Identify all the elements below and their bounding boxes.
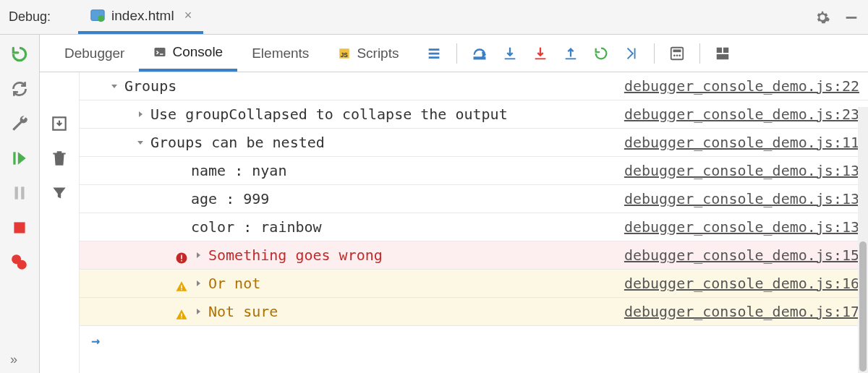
main-area: » Debugger Console Elements JS Scripts: [0, 35, 868, 373]
minimize-icon[interactable]: [843, 9, 859, 25]
svg-rect-23: [723, 47, 728, 52]
filter-icon[interactable]: [50, 184, 69, 202]
source-link[interactable]: debugger_console_demo.js:11: [610, 132, 859, 153]
console-sidebar: [40, 72, 80, 373]
warning-icon: [175, 305, 188, 318]
source-link[interactable]: debugger_console_demo.js:23: [610, 103, 859, 125]
tab-debugger[interactable]: Debugger: [50, 35, 139, 72]
source-link[interactable]: debugger_console_demo.js:13: [610, 160, 859, 181]
svg-rect-13: [505, 58, 516, 59]
debug-label: Debug:: [9, 9, 51, 25]
chevron-right-icon[interactable]: [192, 278, 204, 289]
tab-scripts-label: Scripts: [357, 46, 399, 61]
panel-tabs: Debugger Console Elements JS Scripts: [40, 35, 868, 72]
source-link[interactable]: debugger_console_demo.js:13: [610, 216, 859, 238]
wrench-icon[interactable]: [10, 114, 29, 133]
svg-rect-9: [155, 48, 166, 56]
console-row: Groups can be nesteddebugger_console_dem…: [80, 129, 868, 157]
chevron-right-icon[interactable]: [135, 108, 146, 120]
console-row: age : 999debugger_console_demo.js:13: [80, 185, 868, 213]
content-area: Debugger Console Elements JS Scripts: [40, 35, 868, 373]
file-tab[interactable]: index.html ×: [78, 1, 203, 34]
step-out-icon[interactable]: [563, 46, 579, 61]
svg-rect-18: [673, 49, 681, 52]
layout-icon[interactable]: [715, 46, 731, 61]
debug-toolbar: [426, 43, 731, 64]
evaluate-icon[interactable]: [669, 46, 685, 61]
svg-rect-6: [14, 222, 25, 233]
top-bar-actions: [814, 9, 859, 25]
step-over-icon[interactable]: [472, 46, 488, 61]
error-icon: [175, 249, 188, 262]
source-link[interactable]: debugger_console_demo.js:17: [610, 301, 859, 322]
chevron-right-icon[interactable]: [192, 249, 204, 261]
console-message: Groups: [124, 75, 610, 97]
scrollbar-thumb[interactable]: [859, 241, 867, 372]
console-message: name : nyan: [191, 160, 610, 181]
svg-point-21: [679, 54, 681, 56]
svg-rect-31: [181, 314, 182, 317]
console-message: Groups can be nested: [150, 132, 610, 153]
source-link[interactable]: debugger_console_demo.js:13: [610, 188, 859, 210]
svg-text:JS: JS: [341, 51, 349, 58]
scroll-to-end-icon[interactable]: [50, 114, 69, 133]
step-into-icon[interactable]: [502, 46, 518, 61]
svg-rect-2: [846, 17, 857, 19]
separator: [456, 43, 457, 64]
console-message: Use groupCollapsed to collapse the outpu…: [150, 103, 610, 125]
console-row: name : nyandebugger_console_demo.js:13: [80, 157, 868, 185]
console-output: Groupsdebugger_console_demo.js:22Use gro…: [80, 72, 868, 373]
source-link[interactable]: debugger_console_demo.js:22: [610, 75, 859, 97]
svg-point-19: [673, 54, 676, 56]
resume-icon[interactable]: [10, 149, 29, 168]
drop-frame-icon[interactable]: [624, 46, 639, 61]
breakpoints-icon[interactable]: [10, 253, 29, 272]
trash-icon[interactable]: [50, 149, 69, 168]
svg-rect-29: [181, 286, 182, 289]
chevron-down-icon[interactable]: [135, 137, 146, 148]
source-link[interactable]: debugger_console_demo.js:16: [610, 273, 859, 294]
scripts-icon: JS: [338, 47, 351, 60]
left-sidebar: »: [0, 35, 40, 373]
svg-point-8: [17, 260, 27, 270]
tab-elements-label: Elements: [252, 46, 309, 61]
console-row: Groupsdebugger_console_demo.js:22: [80, 72, 868, 100]
close-tab-icon[interactable]: ×: [184, 8, 192, 23]
rerun-icon[interactable]: [10, 45, 29, 64]
svg-rect-27: [181, 255, 182, 260]
svg-point-1: [98, 15, 104, 22]
source-link[interactable]: debugger_console_demo.js:15: [610, 244, 859, 266]
html-file-icon: [90, 8, 106, 24]
console-message: Not sure: [208, 301, 610, 322]
svg-rect-5: [21, 186, 24, 199]
console-message: Or not: [208, 273, 610, 294]
list-icon[interactable]: [426, 46, 442, 61]
scrollbar-track[interactable]: [858, 107, 868, 373]
console-icon: [153, 46, 166, 59]
svg-rect-24: [717, 53, 729, 59]
console-prompt[interactable]: →: [80, 326, 868, 355]
more-icon[interactable]: »: [10, 352, 17, 367]
chevron-right-icon[interactable]: [192, 306, 204, 317]
svg-rect-12: [475, 57, 485, 59]
gear-icon[interactable]: [814, 9, 830, 25]
svg-point-20: [676, 54, 678, 56]
refresh-icon[interactable]: [10, 80, 29, 98]
tab-console[interactable]: Console: [139, 35, 237, 72]
chevron-down-icon[interactable]: [109, 80, 120, 92]
tab-elements[interactable]: Elements: [237, 35, 323, 72]
prompt-arrow-icon: →: [91, 332, 100, 349]
console-row: Something goes wrongdebugger_console_dem…: [80, 241, 868, 270]
run-to-cursor-icon[interactable]: [593, 46, 609, 61]
svg-rect-4: [15, 186, 18, 199]
tab-console-label: Console: [172, 44, 223, 60]
tab-scripts[interactable]: JS Scripts: [323, 35, 413, 72]
force-step-into-icon[interactable]: [532, 46, 548, 61]
svg-rect-15: [566, 58, 576, 59]
tab-debugger-label: Debugger: [64, 46, 124, 61]
stop-icon[interactable]: [10, 218, 29, 237]
console-message: color : rainbow: [191, 216, 610, 238]
pause-icon[interactable]: [10, 184, 29, 202]
svg-rect-32: [181, 317, 182, 319]
console-row: Not suredebugger_console_demo.js:17: [80, 298, 868, 326]
